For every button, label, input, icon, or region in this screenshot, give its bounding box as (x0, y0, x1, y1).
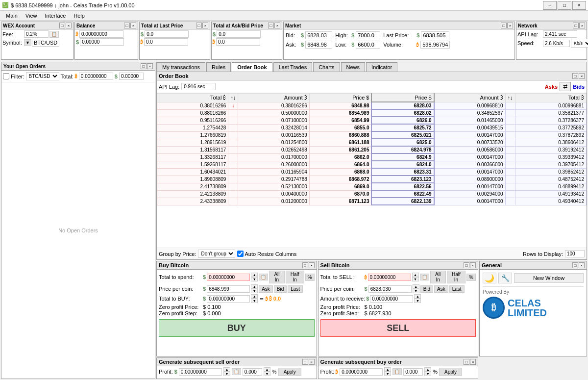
sell-close[interactable]: × (470, 262, 476, 268)
buy-totalbuy-up[interactable]: ▲ (251, 294, 258, 299)
auto-resize-label[interactable]: Auto Resize Columns (237, 251, 296, 257)
symbol-dropdown-btn[interactable]: ▼ (24, 39, 31, 46)
gen-sell-close[interactable]: × (309, 359, 315, 365)
gen-sell-profit-up[interactable]: ▲ (223, 367, 230, 372)
sell-half-in-btn[interactable]: Half In (447, 271, 466, 283)
buy-spend-up[interactable]: ▲ (251, 273, 258, 277)
last-price-restore[interactable]: □ (196, 23, 202, 28)
buy-price-up[interactable]: ▲ (251, 284, 258, 289)
buy-bid-btn[interactable]: Bid (274, 285, 287, 293)
new-window-btn[interactable]: New Window (514, 273, 584, 283)
close-btn[interactable]: × (572, 1, 586, 10)
switch-asks-bids-btn[interactable]: ⇄ (560, 82, 571, 91)
tab-rules[interactable]: Rules (206, 62, 231, 72)
sell-bid-btn[interactable]: Bid (420, 285, 433, 293)
ask-bid-restore[interactable]: □ (268, 23, 274, 28)
buy-spend-down[interactable]: ▼ (251, 277, 258, 281)
menu-interface[interactable]: Interface (41, 12, 70, 20)
buy-half-in-btn[interactable]: Half In (286, 271, 304, 283)
general-restore[interactable]: □ (572, 262, 578, 268)
gen-buy-profit-down[interactable]: ▼ (384, 372, 391, 376)
group-by-select[interactable]: Don't group (198, 250, 235, 258)
gen-buy-pct-up[interactable]: ▲ (424, 367, 431, 372)
network-restore[interactable]: □ (573, 23, 579, 28)
minimize-btn[interactable]: − (543, 1, 557, 10)
gen-sell-pct-up[interactable]: ▲ (264, 367, 270, 372)
open-orders-restore[interactable]: □ (141, 63, 147, 69)
wex-panel-close[interactable]: × (66, 23, 72, 28)
sell-total-up[interactable]: ▲ (412, 273, 419, 277)
network-close[interactable]: × (579, 23, 585, 28)
filter-checkbox[interactable] (3, 73, 9, 79)
buy-totalbuy-down[interactable]: ▼ (251, 299, 258, 303)
gen-sell-apply-btn[interactable]: Apply (278, 368, 301, 376)
gen-sell-profit-down[interactable]: ▼ (223, 372, 230, 376)
auto-resize-checkbox[interactable] (237, 251, 244, 257)
sell-amt-input[interactable] (370, 295, 413, 303)
buy-last-btn[interactable]: Last (288, 285, 303, 293)
market-close[interactable]: × (507, 23, 513, 28)
menu-main[interactable]: Main (2, 12, 22, 20)
ask-bid-close[interactable]: × (274, 23, 280, 28)
filter-pair-select[interactable]: BTC/USD (26, 72, 59, 80)
menu-view[interactable]: View (22, 12, 41, 20)
gen-buy-pct-down[interactable]: ▼ (424, 372, 431, 376)
gen-buy-close[interactable]: × (470, 359, 476, 365)
sell-last-btn[interactable]: Last (449, 285, 465, 293)
buy-price-down[interactable]: ▼ (251, 289, 258, 293)
sell-ask-btn[interactable]: Ask (434, 285, 448, 293)
buy-price-input[interactable] (207, 285, 250, 293)
balance-close[interactable]: × (130, 23, 136, 28)
wex-panel-restore[interactable]: □ (59, 23, 65, 28)
ob-close[interactable]: × (579, 73, 585, 79)
sell-price-input[interactable] (368, 285, 412, 293)
tab-order-book[interactable]: Order Book (232, 62, 272, 72)
sell-copy[interactable]: 📋 (420, 274, 429, 280)
moon-icon-btn[interactable]: 🌙 (483, 273, 496, 283)
sell-total-down[interactable]: ▼ (412, 277, 419, 281)
sell-restore[interactable]: □ (464, 262, 469, 268)
tab-last-trades[interactable]: Last Trades (273, 62, 312, 72)
last-price-close[interactable]: × (202, 23, 208, 28)
buy-pct-btn[interactable]: % (305, 274, 315, 281)
gen-buy-restore[interactable]: □ (464, 359, 469, 365)
sell-amt-down[interactable]: ▼ (414, 299, 421, 303)
sell-price-up[interactable]: ▲ (413, 284, 419, 289)
buy-close[interactable]: × (309, 262, 315, 268)
gen-sell-copy[interactable]: 📋 (232, 368, 241, 375)
tab-indicator[interactable]: Indicator (366, 62, 397, 72)
gen-sell-profit-input[interactable] (179, 368, 222, 376)
api-lag-ob-input[interactable] (181, 83, 216, 90)
gen-buy-copy[interactable]: 📋 (392, 368, 402, 375)
buy-total-buy-input[interactable] (207, 295, 250, 303)
buy-ask-btn[interactable]: Ask (259, 285, 273, 293)
sell-button[interactable]: SELL (320, 319, 476, 337)
buy-copy-spend[interactable]: 📋 (259, 274, 268, 280)
sell-amt-up[interactable]: ▲ (414, 294, 421, 299)
order-book-scroll[interactable]: Total ₿ ↑↓ Amount ₿ Price $ Price $ Amou… (157, 93, 587, 248)
settings-icon-btn[interactable]: 🔧 (498, 273, 512, 283)
buy-restore[interactable]: □ (302, 262, 308, 268)
ob-restore[interactable]: □ (572, 73, 578, 79)
sell-total-input[interactable] (368, 274, 411, 281)
gen-buy-apply-btn[interactable]: Apply (439, 368, 462, 376)
gen-buy-pct-input[interactable] (403, 368, 423, 376)
tab-my-transactions[interactable]: My transactions (157, 62, 205, 72)
tab-charts[interactable]: Charts (313, 62, 340, 72)
market-restore[interactable]: □ (501, 23, 507, 28)
buy-button[interactable]: BUY (159, 319, 315, 337)
general-close[interactable]: × (579, 262, 585, 268)
menu-help[interactable]: Help (70, 12, 89, 20)
speed-unit-select[interactable]: Kb/s (571, 39, 588, 48)
sell-price-down[interactable]: ▼ (413, 289, 419, 293)
buy-all-in-btn[interactable]: All In (269, 271, 285, 283)
fee-input[interactable] (24, 30, 49, 38)
maximize-btn[interactable]: □ (558, 1, 571, 10)
tab-news[interactable]: News (341, 62, 366, 72)
gen-sell-pct-input[interactable] (243, 368, 262, 376)
open-orders-close[interactable]: × (147, 63, 153, 69)
gen-buy-profit-input[interactable] (340, 368, 383, 376)
gen-buy-profit-up[interactable]: ▲ (384, 367, 391, 372)
fee-copy-btn[interactable]: 📋 (49, 31, 59, 38)
balance-restore[interactable]: □ (124, 23, 130, 28)
